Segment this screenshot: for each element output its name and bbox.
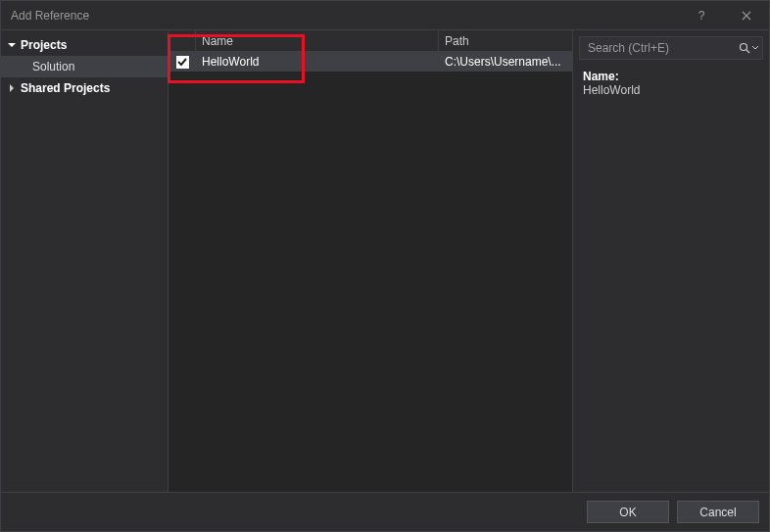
details-name-label: Name: bbox=[583, 70, 759, 83]
row-name: HelloWorld bbox=[196, 55, 439, 69]
row-path: C:\Users\Username\... bbox=[439, 55, 572, 69]
column-name[interactable]: Name bbox=[196, 30, 439, 51]
sidebar-item-shared-projects[interactable]: Shared Projects bbox=[1, 77, 168, 99]
sidebar-item-label: Shared Projects bbox=[21, 81, 110, 95]
dialog-body: Projects Solution Shared Projects Name P… bbox=[1, 30, 769, 492]
search-box[interactable] bbox=[579, 36, 763, 60]
dialog-window: Add Reference ? Projects Solution bbox=[0, 0, 770, 532]
sidebar: Projects Solution Shared Projects bbox=[1, 30, 168, 492]
table-row[interactable]: HelloWorld C:\Users\Username\... bbox=[168, 52, 572, 72]
search-input[interactable] bbox=[588, 41, 739, 55]
details-name-value: HelloWorld bbox=[583, 83, 759, 97]
grid-header: Name Path bbox=[168, 30, 572, 52]
reference-grid: Name Path HelloWorld C:\Users\Username\.… bbox=[168, 30, 573, 492]
chevron-down-icon bbox=[7, 40, 17, 50]
cancel-button[interactable]: Cancel bbox=[677, 501, 759, 523]
sidebar-item-label: Solution bbox=[32, 60, 74, 73]
chevron-right-icon bbox=[7, 83, 17, 93]
details-pane: Name: HelloWorld bbox=[573, 30, 769, 492]
column-path[interactable]: Path bbox=[439, 30, 572, 51]
titlebar: Add Reference ? bbox=[1, 1, 769, 30]
ok-button[interactable]: OK bbox=[587, 501, 669, 523]
svg-point-0 bbox=[741, 44, 747, 51]
sidebar-item-solution[interactable]: Solution bbox=[1, 56, 168, 77]
checkbox-checked-icon[interactable] bbox=[176, 56, 189, 69]
grid-body: HelloWorld C:\Users\Username\... bbox=[168, 52, 572, 492]
chevron-down-icon bbox=[752, 45, 758, 51]
row-checkbox-cell[interactable] bbox=[168, 56, 196, 69]
selection-details: Name: HelloWorld bbox=[573, 64, 769, 103]
sidebar-item-label: Projects bbox=[21, 38, 67, 52]
column-check[interactable] bbox=[168, 30, 196, 51]
close-button[interactable] bbox=[724, 1, 769, 30]
window-title: Add Reference bbox=[11, 9, 679, 23]
sidebar-item-projects[interactable]: Projects bbox=[1, 34, 168, 56]
help-button[interactable]: ? bbox=[679, 1, 724, 30]
dialog-footer: OK Cancel bbox=[1, 492, 769, 531]
close-icon bbox=[742, 11, 751, 21]
search-icon[interactable] bbox=[739, 42, 758, 54]
